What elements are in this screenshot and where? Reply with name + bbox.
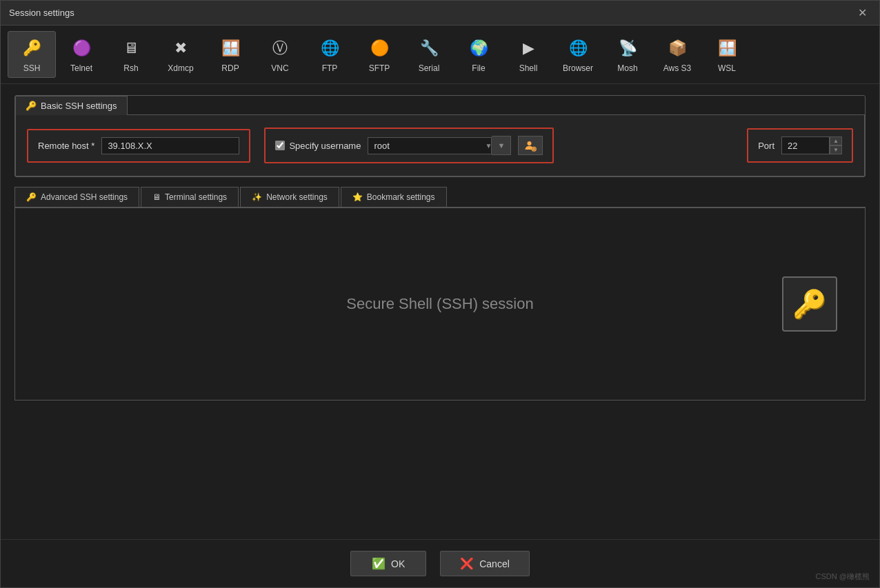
port-group: Port ▲ ▼ [747,128,853,163]
remote-host-input[interactable] [101,137,239,154]
wsl-label: WSL [718,63,736,73]
network-tab-label: Network settings [266,192,328,202]
serial-icon: 🔧 [417,36,441,61]
mosh-label: Mosh [617,63,637,73]
terminal-tab-icon: 🖥 [152,192,161,202]
advanced-tab-label: Advanced SSH settings [41,192,128,202]
port-input[interactable] [781,136,830,154]
sub-tab-network[interactable]: ✨Network settings [240,187,339,207]
username-dropdown-btn[interactable]: ▼ [492,136,511,155]
advanced-tab-icon: 🔑 [26,192,37,202]
username-select[interactable]: root [368,137,492,154]
protocol-item-file[interactable]: 🌍File [454,31,503,78]
protocol-item-ssh[interactable]: 🔑SSH [8,31,56,78]
protocol-item-sftp[interactable]: 🟠SFTP [355,31,403,78]
shell-icon: ▶ [516,36,541,61]
ssh-key-icon-box: 🔑 [782,276,837,332]
telnet-icon: 🟣 [69,36,94,61]
fields-row: Remote host * Specify username root [27,128,853,163]
basic-ssh-panel: 🔑 Basic SSH settings Remote host * Speci… [14,95,866,177]
dialog-title: Session settings [9,8,74,18]
protocol-item-serial[interactable]: 🔧Serial [405,31,453,78]
network-tab-icon: ✨ [252,192,262,202]
protocol-item-ftp[interactable]: 🌐FTP [306,31,354,78]
add-user-icon [524,139,537,152]
ok-icon: ✅ [372,557,386,570]
protocol-item-aws_s3[interactable]: 📦Aws S3 [653,31,701,78]
cancel-button[interactable]: ❌ Cancel [440,551,530,576]
rsh-icon: 🖥 [119,36,143,61]
basic-tab-icon: 🔑 [26,101,37,111]
protocol-item-shell[interactable]: ▶Shell [504,31,552,78]
close-button[interactable]: ✕ [854,5,871,21]
ssh-label: SSH [23,63,41,73]
remote-host-group: Remote host * [27,129,250,163]
port-spinner: ▲ ▼ [830,136,842,154]
protocol-item-xdmcp[interactable]: ✖Xdmcp [157,31,205,78]
svg-point-0 [528,141,532,145]
terminal-tab-label: Terminal settings [165,192,227,202]
protocol-item-telnet[interactable]: 🟣Telnet [57,31,106,78]
mosh-icon: 📡 [615,36,640,61]
xdmcp-label: Xdmcp [168,63,193,73]
protocol-item-wsl[interactable]: 🪟WSL [703,31,751,78]
rdp-icon: 🪟 [218,36,243,61]
sub-tabs: 🔑Advanced SSH settings🖥Terminal settings… [14,187,866,207]
cancel-label: Cancel [479,558,510,569]
add-user-button[interactable] [518,136,543,155]
file-icon: 🌍 [466,36,491,61]
port-increment-btn[interactable]: ▲ [830,136,842,145]
ok-button[interactable]: ✅ OK [350,551,426,576]
browser-label: Browser [563,63,593,73]
sub-tabs-container: 🔑Advanced SSH settings🖥Terminal settings… [14,187,866,401]
telnet-label: Telnet [70,63,92,73]
basic-panel-body: Remote host * Specify username root [15,114,865,176]
xdmcp-icon: ✖ [168,36,193,61]
ssh-icon: 🔑 [19,36,44,61]
port-label: Port [758,141,774,151]
aws_s3-icon: 📦 [665,36,690,61]
sub-tab-terminal[interactable]: 🖥Terminal settings [141,187,239,207]
wsl-icon: 🪟 [714,36,739,61]
browser-icon: 🌐 [566,36,590,61]
rdp-label: RDP [221,63,239,73]
bookmark-tab-label: Bookmark settings [367,192,435,202]
watermark: CSDN @橄榄熊 [816,571,870,582]
title-bar: Session settings ✕ [1,1,879,26]
vnc-label: VNC [271,63,288,73]
content-area: Secure Shell (SSH) session 🔑 [14,207,866,401]
username-select-wrapper: root ▼ [368,136,511,155]
ok-label: OK [391,558,405,569]
sftp-label: SFTP [369,63,390,73]
file-label: File [472,63,485,73]
port-decrement-btn[interactable]: ▼ [830,145,842,154]
footer: ✅ OK ❌ Cancel [1,539,879,587]
specify-username-label: Specify username [289,141,361,151]
protocol-item-rsh[interactable]: 🖥Rsh [107,31,155,78]
sub-tab-bookmark[interactable]: ⭐Bookmark settings [341,187,447,207]
port-input-wrapper: ▲ ▼ [781,136,842,154]
rsh-label: Rsh [123,63,138,73]
vnc-icon: Ⓥ [268,36,292,61]
protocol-item-browser[interactable]: 🌐Browser [554,31,602,78]
sub-tab-advanced[interactable]: 🔑Advanced SSH settings [14,187,139,207]
basic-ssh-tab[interactable]: 🔑 Basic SSH settings [15,96,128,115]
specify-username-checkbox-label[interactable]: Specify username [275,141,361,151]
aws_s3-label: Aws S3 [663,63,691,73]
serial-label: Serial [419,63,440,73]
basic-tab-label: Basic SSH settings [41,101,117,111]
specify-username-checkbox[interactable] [275,141,285,150]
protocol-item-vnc[interactable]: ⓋVNC [256,31,304,78]
bookmark-tab-icon: ⭐ [352,192,363,202]
main-content: 🔑 Basic SSH settings Remote host * Speci… [1,84,879,539]
session-settings-dialog: Session settings ✕ 🔑SSH🟣Telnet🖥Rsh✖Xdmcp… [0,0,880,588]
ftp-icon: 🌐 [317,36,342,61]
session-label: Secure Shell (SSH) session [346,295,533,313]
key-icon: 🔑 [792,288,827,321]
protocol-item-mosh[interactable]: 📡Mosh [603,31,652,78]
protocol-item-rdp[interactable]: 🪟RDP [206,31,254,78]
remote-host-label: Remote host * [38,141,94,151]
ftp-label: FTP [322,63,338,73]
username-group: Specify username root ▼ [264,128,554,163]
protocol-toolbar: 🔑SSH🟣Telnet🖥Rsh✖Xdmcp🪟RDPⓋVNC🌐FTP🟠SFTP🔧S… [1,26,879,84]
